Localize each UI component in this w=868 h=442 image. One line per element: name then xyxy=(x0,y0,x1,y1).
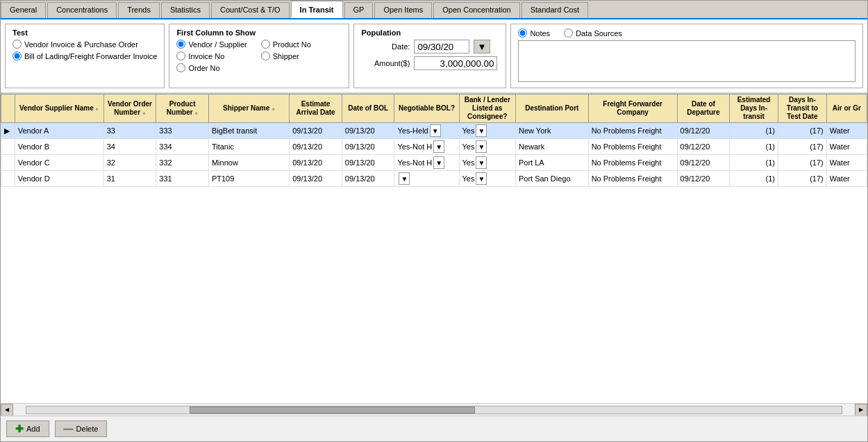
product-number-cell: 333 xyxy=(156,123,209,139)
amount-row: Amount($) xyxy=(361,56,499,70)
freight-forwarder-cell: No Problems Freight xyxy=(588,171,677,187)
tab-trends[interactable]: Trends xyxy=(118,2,160,18)
date-picker-button[interactable]: ▼ xyxy=(474,40,490,54)
sort-vendor-supplier[interactable]: ⬦ xyxy=(95,106,99,113)
delete-icon: — xyxy=(64,423,74,434)
shipper-radio[interactable] xyxy=(261,51,270,60)
main-container: General Concentrations Trends Statistics… xyxy=(0,0,868,442)
col-shipper-name: Shipper Name ⬦ xyxy=(208,95,289,123)
data-sources-radio[interactable] xyxy=(564,28,573,38)
date-of-bol-cell: 09/13/20 xyxy=(342,155,394,171)
notes-radio[interactable] xyxy=(518,28,527,38)
product-no-option[interactable]: Product No xyxy=(261,40,311,49)
estimated-days-cell: (1) xyxy=(730,123,778,139)
bottom-scrollbar-bar: ◀ ▶ xyxy=(1,403,867,416)
col-destination-port: Destination Port xyxy=(515,95,588,123)
order-no-radio[interactable] xyxy=(176,63,185,72)
bank-lender-cell-text: Yes xyxy=(462,158,475,167)
notes-textarea[interactable] xyxy=(518,40,856,82)
data-sources-option[interactable]: Data Sources xyxy=(564,28,622,38)
invoice-no-radio[interactable] xyxy=(176,51,185,60)
table-row[interactable]: Vendor D31331PT10909/13/2009/13/20▼Yes▼P… xyxy=(1,171,867,187)
sort-vendor-order[interactable]: ⬦ xyxy=(142,110,146,117)
date-departure-cell: 09/12/20 xyxy=(677,139,730,155)
negotiable-bol-cell-wrapper: Yes-Held▼ xyxy=(397,124,456,137)
product-number-cell: 331 xyxy=(156,171,209,187)
vendor-invoice-option[interactable]: Vendor Invoice & Purchase Order xyxy=(12,40,157,49)
negotiable-bol-cell-text: Yes-Not H xyxy=(397,158,432,167)
negotiable-bol-cell-dropdown-btn[interactable]: ▼ xyxy=(433,140,444,153)
vendor-order-cell: 32 xyxy=(103,155,156,171)
col-estimate-arrival: Estimate Arrival Date xyxy=(290,95,342,123)
first-column-panel-label: First Column to Show xyxy=(176,28,342,37)
tab-open-items[interactable]: Open Items xyxy=(374,2,432,18)
notes-panel: Notes Data Sources xyxy=(510,24,863,88)
bank-lender-cell-dropdown-btn[interactable]: ▼ xyxy=(476,140,487,153)
bill-of-lading-option[interactable]: Bill of Lading/Freight Forwarder Invoice xyxy=(12,51,157,60)
air-ground-cell: Water xyxy=(826,139,867,155)
bank-lender-cell-dropdown-btn[interactable]: ▼ xyxy=(476,124,487,137)
date-departure-cell: 09/12/20 xyxy=(677,171,730,187)
amount-input[interactable] xyxy=(414,56,497,70)
bank-lender-cell-dropdown-btn[interactable]: ▼ xyxy=(476,172,487,185)
product-number-cell: 332 xyxy=(156,155,209,171)
order-no-option[interactable]: Order No xyxy=(176,63,247,72)
bank-lender-cell-text: Yes xyxy=(462,126,475,135)
tab-standard-cost[interactable]: Standard Cost xyxy=(521,2,588,18)
scroll-right-button[interactable]: ▶ xyxy=(855,404,867,416)
footer: ✚ Add — Delete xyxy=(1,416,867,441)
amount-label: Amount($) xyxy=(361,59,410,67)
tab-concentrations[interactable]: Concentrations xyxy=(47,2,117,18)
radio-col-1: Vendor / Supplier Invoice No Order No xyxy=(176,40,247,72)
estimate-arrival-cell: 09/13/20 xyxy=(290,155,342,171)
negotiable-bol-cell-dropdown-btn[interactable]: ▼ xyxy=(430,124,441,137)
product-no-option-label: Product No xyxy=(273,40,311,49)
invoice-no-option-label: Invoice No xyxy=(188,52,224,60)
row-marker-cell: ▶ xyxy=(1,123,15,139)
scroll-left-button[interactable]: ◀ xyxy=(1,404,13,416)
negotiable-bol-cell-dropdown-btn[interactable]: ▼ xyxy=(433,156,444,169)
notes-option[interactable]: Notes xyxy=(518,28,550,38)
col-product-number: Product Number ⬦ xyxy=(156,95,209,123)
tab-statistics[interactable]: Statistics xyxy=(161,2,210,18)
date-departure-cell: 09/12/20 xyxy=(677,155,730,171)
first-column-panel: First Column to Show Vendor / Supplier I… xyxy=(169,24,349,88)
date-input[interactable] xyxy=(414,40,469,54)
col-days-in-transit: Days In-Transit to Test Date xyxy=(778,95,826,123)
tab-gp[interactable]: GP xyxy=(344,2,374,18)
vendor-supplier-radio[interactable] xyxy=(176,40,185,49)
sort-product-number[interactable]: ⬦ xyxy=(194,110,198,117)
tab-general[interactable]: General xyxy=(1,2,46,18)
freight-forwarder-cell: No Problems Freight xyxy=(588,155,677,171)
tab-open-concentration[interactable]: Open Concentration xyxy=(433,2,519,18)
add-button[interactable]: ✚ Add xyxy=(6,420,49,437)
vendor-supplier-cell: Vendor D xyxy=(15,171,103,187)
invoice-no-option[interactable]: Invoice No xyxy=(176,51,247,60)
negotiable-bol-cell-wrapper: ▼ xyxy=(397,172,456,185)
table-row[interactable]: Vendor C32332Minnow09/13/2009/13/20Yes-N… xyxy=(1,155,867,171)
test-panel-label: Test xyxy=(12,28,157,37)
vendor-invoice-radio[interactable] xyxy=(12,40,22,49)
table-row[interactable]: Vendor B34334Titanic09/13/2009/13/20Yes-… xyxy=(1,139,867,155)
shipper-option[interactable]: Shipper xyxy=(261,51,311,60)
delete-button[interactable]: — Delete xyxy=(55,420,108,437)
bank-lender-cell-dropdown-btn[interactable]: ▼ xyxy=(476,156,487,169)
vendor-supplier-option-label: Vendor / Supplier xyxy=(188,40,247,49)
tab-in-transit[interactable]: In Transit xyxy=(291,1,343,18)
horizontal-scrollbar[interactable] xyxy=(26,406,842,414)
estimated-days-cell: (1) xyxy=(730,171,778,187)
days-transit-cell: (17) xyxy=(778,171,826,187)
bill-of-lading-radio[interactable] xyxy=(12,51,22,60)
table-row[interactable]: ▶Vendor A33333BigBet transit09/13/2009/1… xyxy=(1,123,867,139)
tab-count-cost[interactable]: Count/Cost & T/O xyxy=(211,2,290,18)
table-container[interactable]: Vendor Supplier Name ⬦ Vendor Order Numb… xyxy=(1,93,867,403)
sort-shipper-name[interactable]: ⬦ xyxy=(272,106,275,113)
product-no-radio[interactable] xyxy=(261,40,270,49)
bank-lender-cell: Yes▼ xyxy=(459,123,515,139)
add-label: Add xyxy=(26,425,40,433)
bill-of-lading-label: Bill of Lading/Freight Forwarder Invoice xyxy=(24,52,157,60)
vendor-supplier-option[interactable]: Vendor / Supplier xyxy=(176,40,247,49)
negotiable-bol-cell-dropdown-btn[interactable]: ▼ xyxy=(399,172,410,185)
col-date-of-bol: Date of BOL xyxy=(342,95,394,123)
estimate-arrival-cell: 09/13/20 xyxy=(290,171,342,187)
